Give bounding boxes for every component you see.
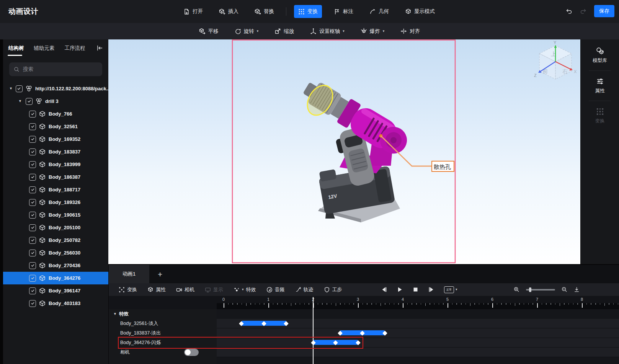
geometry-button[interactable]: 几何: [365, 5, 393, 18]
display-mode-button[interactable]: 显示模式: [401, 5, 439, 18]
checkbox-checked[interactable]: [29, 111, 36, 118]
add-animation-button[interactable]: [155, 270, 165, 279]
search-input[interactable]: 搜索: [9, 62, 102, 76]
tree-item-Body_205100[interactable]: Body_205100: [3, 221, 108, 234]
redo-button[interactable]: [580, 8, 586, 15]
tree-item-Body_364276[interactable]: Body_364276: [3, 272, 108, 284]
tree-item-Body_250782[interactable]: Body_250782: [3, 234, 108, 246]
track-label[interactable]: Body_183837-淡出: [120, 328, 161, 338]
collapse-sidebar-button[interactable]: [96, 45, 103, 53]
checkbox-checked[interactable]: [16, 85, 23, 92]
play-button[interactable]: [397, 287, 403, 292]
tab-process-flow[interactable]: 工序流程: [65, 45, 85, 52]
stop-button[interactable]: [413, 287, 418, 292]
checkbox-checked[interactable]: [26, 98, 33, 105]
tl-transform-button[interactable]: 变换: [119, 286, 137, 293]
track-label[interactable]: Body_32561-淡入: [120, 319, 158, 328]
annotation-label[interactable]: 散热孔: [432, 161, 454, 171]
view-cube[interactable]: 上 前 右 Y Z X: [534, 40, 577, 79]
checkbox-checked[interactable]: [29, 212, 36, 219]
timeline-ruler-ticks[interactable]: [217, 303, 619, 309]
scale-button[interactable]: 缩放: [272, 26, 296, 37]
tree-item-Body_190615[interactable]: Body_190615: [3, 209, 108, 221]
ruler-tick: [609, 303, 609, 305]
tree-item-Body_396147[interactable]: Body_396147: [3, 284, 108, 297]
timeline-zoom-controls: [514, 283, 580, 296]
checkbox-checked[interactable]: [29, 237, 36, 244]
tree-item-Body_186387[interactable]: Body_186387: [3, 171, 108, 183]
checkbox-checked[interactable]: [29, 224, 36, 231]
tree-item-Body_183837[interactable]: Body_183837: [3, 145, 108, 158]
checkbox-checked[interactable]: [29, 199, 36, 206]
camera-toggle[interactable]: [184, 349, 199, 356]
tl-effects-button[interactable]: 特效: [234, 286, 256, 293]
checkbox-checked[interactable]: [29, 300, 36, 307]
tree-item-Body_32561[interactable]: Body_32561: [3, 120, 108, 133]
tree-item-Body_270436[interactable]: Body_270436: [3, 259, 108, 272]
expander-icon[interactable]: ▼: [9, 87, 13, 90]
expander-icon[interactable]: ▼: [113, 312, 118, 316]
tree-item-Body_766[interactable]: Body_766: [3, 108, 108, 120]
checkbox-checked[interactable]: [29, 262, 36, 269]
geometry-label: 几何: [379, 8, 389, 15]
checkbox-checked[interactable]: [29, 186, 36, 193]
rail-properties[interactable]: 属性: [595, 76, 605, 96]
set-pivot-button[interactable]: 设置枢轴: [308, 26, 347, 37]
play-forward-button[interactable]: [428, 287, 434, 292]
tab-auxiliary-elements[interactable]: 辅助元素: [34, 45, 55, 52]
viewport-3d[interactable]: 12V: [108, 39, 580, 264]
open-button[interactable]: 打开: [179, 5, 207, 18]
tree-item-Body_188717[interactable]: Body_188717: [3, 183, 108, 196]
rotate-button[interactable]: 旋转: [232, 26, 261, 37]
tl-audio-button[interactable]: 音频: [266, 286, 285, 293]
track-group-effects[interactable]: ▼特效: [113, 309, 129, 319]
annotate-button[interactable]: 标注: [330, 5, 358, 18]
playhead[interactable]: [313, 297, 314, 364]
track-label[interactable]: Body_364276-闪烁: [120, 338, 161, 348]
save-button[interactable]: 保存: [594, 5, 614, 17]
tree-item-Body_183999[interactable]: Body_183999: [3, 158, 108, 171]
undo-button[interactable]: [566, 8, 572, 15]
timeline-zoom-slider[interactable]: [526, 289, 555, 291]
insert-button[interactable]: 插入: [215, 5, 243, 18]
checkbox-checked[interactable]: [29, 250, 36, 256]
play-backward-button[interactable]: [381, 287, 387, 292]
checkbox-checked[interactable]: [29, 287, 36, 294]
ruler-tick: [228, 303, 229, 305]
play-speed-selector[interactable]: 正常: [444, 286, 457, 293]
tl-step-button[interactable]: 工步: [324, 286, 342, 293]
tl-camera-button[interactable]: 相机: [176, 286, 194, 293]
align-button[interactable]: 对齐: [398, 26, 422, 37]
transform-button[interactable]: 变换: [294, 5, 322, 18]
checkbox-checked[interactable]: [29, 123, 36, 130]
zoom-out-button[interactable]: [562, 287, 567, 292]
checkbox-checked[interactable]: [29, 174, 36, 181]
rail-transform[interactable]: 变换: [595, 106, 605, 126]
export-button[interactable]: [574, 287, 580, 292]
checkbox-checked[interactable]: [29, 161, 36, 168]
expander-icon[interactable]: ▼: [18, 100, 23, 103]
slider-knob[interactable]: [529, 287, 531, 292]
tab-structure-tree[interactable]: 结构树: [8, 45, 24, 52]
ruler-tick: [286, 303, 287, 305]
explode-button[interactable]: 爆炸: [358, 26, 387, 37]
tree-root[interactable]: ▼http://10.122.92.200:8088/pack...: [3, 82, 108, 95]
tree-item-Body_256030[interactable]: Body_256030: [3, 246, 108, 259]
checkbox-checked[interactable]: [29, 275, 36, 282]
pan-button[interactable]: 平移: [197, 26, 221, 37]
zoom-in-button[interactable]: [514, 287, 519, 292]
replace-button[interactable]: 替换: [250, 5, 278, 18]
tree-assembly[interactable]: ▼drill 3: [3, 95, 108, 108]
checkbox-checked[interactable]: [29, 149, 36, 155]
rail-model-library[interactable]: 模型库: [593, 46, 607, 65]
tl-trajectory-button[interactable]: 轨迹: [295, 286, 314, 293]
checkbox-checked[interactable]: [29, 136, 36, 143]
tl-properties-button[interactable]: 属性: [147, 286, 166, 293]
tree-item-Body_169352[interactable]: Body_169352: [3, 133, 108, 145]
tree-item-Body_403183[interactable]: Body_403183: [3, 297, 108, 310]
tree-item-Body_189326[interactable]: Body_189326: [3, 196, 108, 209]
collapse-left-icon: [96, 45, 103, 51]
timeline-ruler[interactable]: 012345678: [109, 296, 619, 303]
animation-tab[interactable]: 动画1: [109, 265, 149, 283]
tl-display-button[interactable]: 显示: [205, 286, 223, 293]
